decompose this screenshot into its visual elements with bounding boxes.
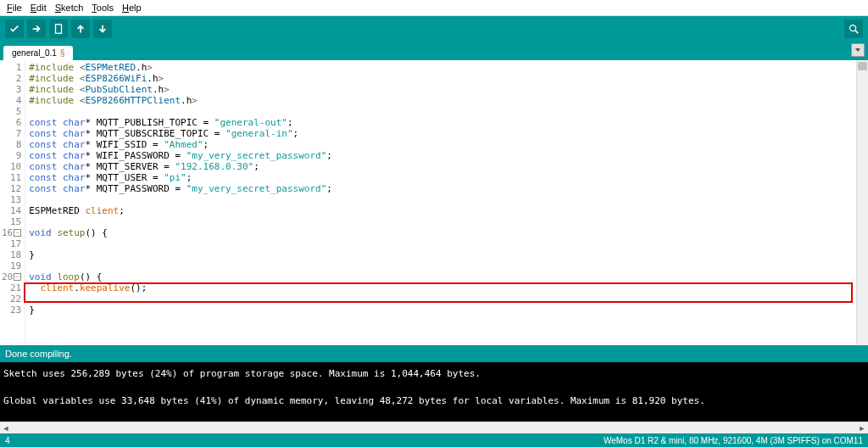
code-line[interactable]: #include <ESP8266HTTPClient.h> [29, 95, 865, 106]
menu-file[interactable]: File [3, 2, 25, 14]
line-number: 4 [2, 95, 21, 106]
code-line[interactable]: const char* WIFI_SSID = "Ahmed"; [29, 139, 865, 150]
line-number: 12 [2, 183, 21, 194]
footer-board-info: WeMos D1 R2 & mini, 80 MHz, 921600, 4M (… [604, 436, 863, 445]
code-line[interactable]: ESPMetRED client; [29, 205, 865, 216]
code-line[interactable] [29, 293, 865, 305]
line-number: 11 [2, 172, 21, 183]
open-button[interactable] [71, 20, 90, 38]
line-number: 10 [2, 161, 21, 172]
arrow-right-icon [31, 23, 42, 35]
footer-bar: 4 WeMos D1 R2 & mini, 80 MHz, 921600, 4M… [0, 433, 868, 447]
code-line[interactable] [29, 106, 865, 117]
magnifier-icon [848, 23, 860, 35]
svg-line-2 [855, 31, 859, 34]
svg-point-1 [850, 25, 856, 31]
save-button[interactable] [93, 20, 112, 38]
arrow-up-icon [75, 23, 86, 35]
scroll-left-arrow[interactable]: ◄ [0, 422, 12, 434]
line-number: 18 [2, 249, 21, 260]
line-number: 13 [2, 194, 21, 205]
verify-button[interactable] [5, 20, 24, 38]
line-number: 14 [2, 205, 21, 216]
scroll-right-arrow[interactable]: ► [856, 422, 868, 434]
line-number: 9 [2, 150, 21, 161]
code-line[interactable]: void setup() { [29, 227, 865, 238]
line-number: 5 [2, 106, 21, 117]
chevron-down-icon [854, 47, 861, 53]
check-icon [8, 23, 20, 35]
upload-button[interactable] [27, 20, 46, 38]
line-number: 7 [2, 128, 21, 139]
line-number: 3 [2, 84, 21, 95]
line-number: 16- [2, 227, 21, 238]
line-number: 17 [2, 238, 21, 249]
tab-bar: general_0.1§ [0, 42, 868, 60]
code-line[interactable]: const char* WIFI_PASSWORD = "my_very_sec… [29, 150, 865, 161]
code-line[interactable]: const char* MQTT_SERVER = "192.168.0.30"… [29, 161, 865, 172]
console-line: Global variables use 33,648 bytes (41%) … [3, 394, 865, 408]
code-line[interactable]: } [29, 249, 865, 260]
menu-sketch[interactable]: Sketch [52, 2, 87, 14]
toolbar [0, 16, 868, 42]
vertical-scrollbar[interactable] [856, 60, 868, 345]
code-line[interactable]: const char* MQTT_PASSWORD = "my_very_sec… [29, 183, 865, 194]
file-icon [53, 23, 64, 35]
code-line[interactable]: #include <ESP8266WiFi.h> [29, 73, 865, 84]
svg-rect-0 [56, 25, 62, 34]
line-number: 19 [2, 260, 21, 271]
arrow-down-icon [97, 23, 108, 35]
code-line[interactable]: #include <PubSubClient.h> [29, 84, 865, 95]
tab-name: general_0.1 [12, 48, 57, 58]
scrollbar-thumb[interactable] [858, 62, 867, 70]
output-console[interactable]: Sketch uses 256,289 bytes (24%) of progr… [0, 362, 868, 422]
fold-toggle-icon[interactable]: - [14, 273, 21, 281]
menu-bar: File Edit Sketch Tools Help [0, 0, 868, 16]
new-button[interactable] [49, 20, 68, 38]
line-number: 1 [2, 62, 21, 73]
menu-tools[interactable]: Tools [88, 2, 117, 14]
code-line[interactable]: client.keepalive(); [29, 282, 865, 293]
fold-toggle-icon[interactable]: - [14, 229, 21, 237]
tab-modified-indicator: § [60, 48, 65, 58]
status-text: Done compiling. [5, 349, 72, 359]
line-number: 22 [2, 293, 21, 305]
code-line[interactable]: #include <ESPMetRED.h> [29, 62, 865, 73]
code-line[interactable]: void loop() { [29, 271, 865, 282]
code-line[interactable]: const char* MQTT_SUBSCRIBE_TOPIC = "gene… [29, 128, 865, 139]
line-number: 15 [2, 216, 21, 227]
code-line[interactable] [29, 260, 865, 271]
code-line[interactable]: const char* MQTT_USER = "pi"; [29, 172, 865, 183]
code-line[interactable] [29, 216, 865, 227]
menu-help[interactable]: Help [119, 2, 145, 14]
tab-sketch[interactable]: general_0.1§ [3, 46, 73, 60]
code-area[interactable]: #include <ESPMetRED.h>#include <ESP8266W… [25, 60, 868, 345]
horizontal-scrollbar[interactable]: ◄ ► [0, 422, 868, 433]
line-number: 21 [2, 282, 21, 293]
code-line[interactable] [29, 238, 865, 249]
line-number: 2 [2, 73, 21, 84]
code-line[interactable]: } [29, 305, 865, 316]
status-bar: Done compiling. [0, 345, 868, 362]
line-number: 8 [2, 139, 21, 150]
menu-edit[interactable]: Edit [27, 2, 50, 14]
code-line[interactable]: const char* MQTT_PUBLISH_TOPIC = "genera… [29, 117, 865, 128]
code-line[interactable] [29, 194, 865, 205]
line-number: 20- [2, 271, 21, 282]
tab-dropdown-button[interactable] [851, 43, 865, 57]
line-number: 23 [2, 305, 21, 316]
serial-monitor-button[interactable] [844, 20, 863, 38]
line-number: 6 [2, 117, 21, 128]
code-editor[interactable]: 12345678910111213141516-17181920-212223 … [0, 60, 868, 345]
footer-line-number: 4 [5, 436, 10, 445]
line-number-gutter: 12345678910111213141516-17181920-212223 [0, 60, 25, 345]
console-line: Sketch uses 256,289 bytes (24%) of progr… [3, 367, 865, 381]
